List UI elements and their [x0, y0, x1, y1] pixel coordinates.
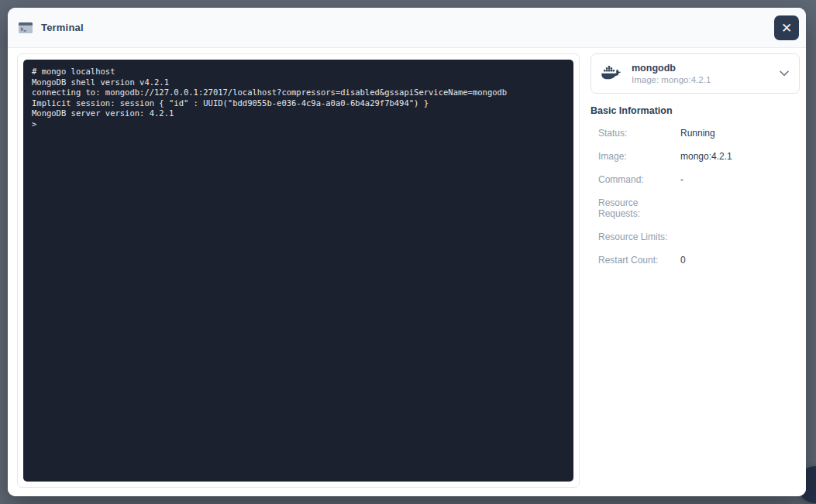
terminal-line: Implicit session: session { "id" : UUID(…: [32, 98, 565, 109]
info-label: Resource Requests:: [598, 197, 680, 219]
info-row: Resource Requests:: [590, 191, 800, 225]
modal-body: # mongo localhost MongoDB shell version …: [8, 48, 806, 496]
info-row: Command: -: [590, 168, 800, 191]
info-label: Command:: [598, 174, 680, 185]
modal-title: Terminal: [41, 22, 84, 33]
terminal-window-icon: [19, 22, 33, 33]
terminal-modal: Terminal ✕ # mongo localhost MongoDB she…: [8, 8, 806, 496]
basic-information-heading: Basic Information: [590, 105, 800, 116]
info-row: Resource Limits:: [590, 225, 800, 249]
info-label: Status:: [598, 128, 680, 139]
info-value: Running: [680, 128, 800, 139]
page-backdrop: Terminal ✕ # mongo localhost MongoDB she…: [0, 0, 816, 504]
info-row: Image: mongo:4.2.1: [590, 145, 800, 168]
terminal-line: # mongo localhost: [32, 67, 565, 77]
info-label: Restart Count:: [598, 255, 680, 266]
terminal-line: connecting to: mongodb://127.0.0.1:27017…: [32, 87, 565, 98]
container-selector-dropdown[interactable]: mongodb Image: mongo:4.2.1: [590, 53, 800, 94]
terminal-card: # mongo localhost MongoDB shell version …: [17, 53, 580, 488]
terminal-output[interactable]: # mongo localhost MongoDB shell version …: [23, 60, 573, 482]
info-value: 0: [680, 255, 800, 266]
container-info-panel: mongodb Image: mongo:4.2.1 Basic Informa…: [590, 53, 800, 488]
container-selector-text: mongodb Image: mongo:4.2.1: [632, 62, 780, 86]
info-label: Resource Limits:: [598, 231, 680, 242]
basic-information-rows: Status: Running Image: mongo:4.2.1 Comma…: [590, 122, 800, 272]
terminal-line: MongoDB server version: 4.2.1: [32, 108, 565, 119]
info-row: Status: Running: [590, 122, 800, 145]
terminal-line: >: [32, 119, 565, 130]
info-value: -: [680, 174, 800, 185]
info-row: Restart Count: 0: [590, 249, 800, 272]
terminal-line: MongoDB shell version v4.2.1: [32, 77, 565, 88]
close-button[interactable]: ✕: [774, 15, 799, 40]
modal-header: Terminal ✕: [8, 8, 806, 48]
info-label: Image:: [598, 151, 680, 162]
container-image-subtitle: Image: mongo:4.2.1: [632, 74, 780, 86]
close-icon: ✕: [781, 22, 792, 35]
container-name: mongodb: [632, 62, 780, 74]
docker-icon: [601, 66, 621, 81]
info-value: mongo:4.2.1: [680, 151, 800, 162]
chevron-down-icon: [780, 70, 789, 77]
